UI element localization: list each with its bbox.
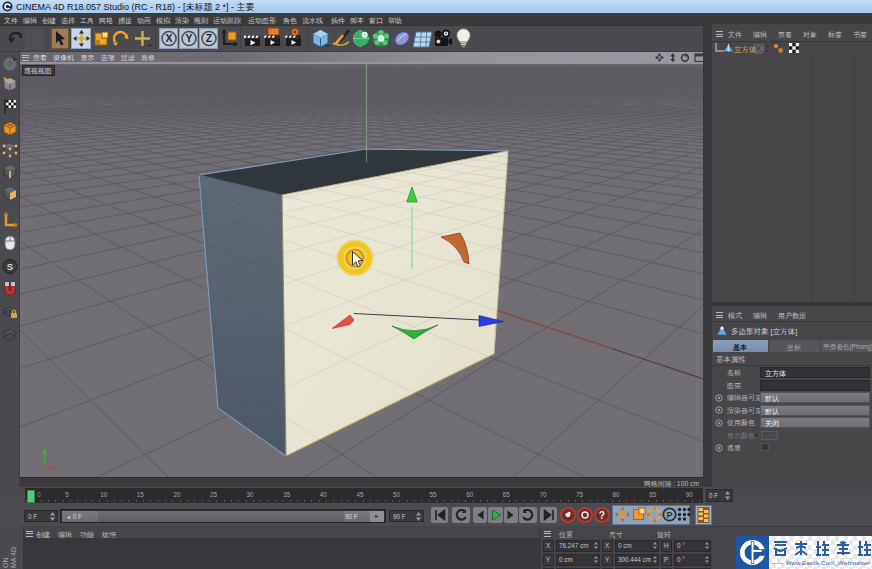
- svg-text:Y: Y: [185, 32, 192, 44]
- svg-text:X: X: [165, 32, 172, 44]
- svg-text:P: P: [666, 510, 672, 520]
- svg-text:S: S: [7, 261, 13, 272]
- svg-text:Z: Z: [206, 32, 213, 44]
- svg-text:?: ?: [599, 510, 605, 521]
